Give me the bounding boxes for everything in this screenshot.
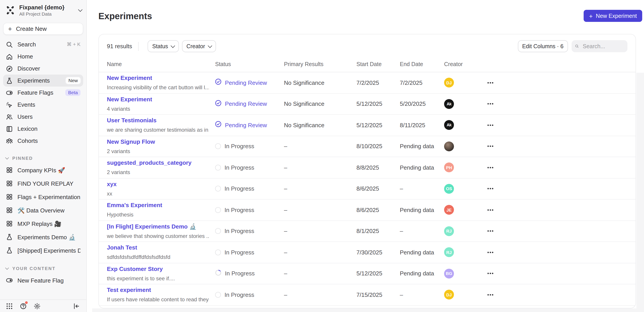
status-circle-icon [215, 207, 221, 213]
status-filter-dropdown[interactable]: Status [148, 40, 179, 52]
sidebar-item-shipped-experiments-demo[interactable]: [Shipped] Experiments Demo 🖋️ [3, 244, 83, 257]
row-menu-button[interactable] [486, 228, 628, 234]
table-row[interactable]: Jonah TestsdfdsfdsfsdfdffdfdsfsdfdsfdIn … [99, 242, 636, 263]
primary-results-cell: No Significance [284, 122, 356, 129]
creator-avatar[interactable]: RJ [444, 248, 454, 257]
sidebar-item-lexicon[interactable]: Lexicon [3, 123, 83, 135]
sidebar-item-feature-flags[interactable]: Feature FlagsBeta [3, 87, 83, 99]
column-header-primary-results[interactable]: Primary Results [284, 61, 356, 67]
sidebar-item-events[interactable]: Events [3, 99, 83, 111]
app-window: Fixpanel {demo} All Project Data + Creat… [0, 0, 644, 312]
sidebar-item-home[interactable]: Home [3, 50, 83, 62]
row-menu-button[interactable] [486, 292, 628, 298]
new-experiment-button[interactable]: + New Experiment [584, 10, 642, 22]
sidebar-item-company-kpis[interactable]: Company KPIs 🚀 [3, 163, 83, 177]
table-row[interactable]: [In Flight] Experiments Demo 🔬we believe… [99, 221, 636, 242]
sidebar-nav: Search⌘ + K Home Discover ExperimentsNew… [0, 38, 86, 147]
row-menu-button[interactable] [486, 270, 628, 277]
experiment-link[interactable]: New Signup Flow [107, 138, 155, 145]
row-menu-button[interactable] [486, 79, 628, 86]
experiment-link[interactable]: New Experiment [107, 75, 152, 81]
column-header-status[interactable]: Status [215, 61, 284, 67]
apps-grid-icon[interactable] [5, 302, 13, 310]
creator-avatar[interactable]: RJ [444, 226, 454, 236]
sidebar-item-data-overview[interactable]: 🛠️ Data Overview [3, 203, 83, 217]
sidebar-item-new-feature-flag[interactable]: New Feature Flag [3, 274, 83, 287]
table-search [572, 40, 628, 52]
sidebar-item-users[interactable]: Users [3, 111, 83, 123]
experiment-link[interactable]: [In Flight] Experiments Demo 🔬 [107, 223, 196, 230]
row-menu-button[interactable] [486, 101, 628, 107]
experiment-link[interactable]: Jonah Test [107, 244, 137, 251]
creator-avatar[interactable]: JE [444, 205, 454, 215]
row-actions-cell [485, 228, 628, 234]
experiment-name-cell: Emma's ExperimentHypothesis [107, 202, 215, 218]
sidebar-item-mxp-replays[interactable]: MXP Replays 🎥 [3, 217, 83, 230]
start-date-cell: 8/1/2025 [356, 228, 400, 235]
creator-avatar[interactable]: DJ [444, 78, 454, 88]
creator-filter-dropdown[interactable]: Creator [182, 40, 216, 52]
column-header-creator[interactable]: Creator [444, 61, 485, 67]
table-row[interactable]: New Experiment4 variantsPending ReviewNo… [99, 94, 636, 115]
creator-avatar[interactable] [444, 142, 454, 151]
row-menu-button[interactable] [486, 249, 628, 256]
column-header-start-date[interactable]: Start Date [356, 61, 400, 67]
start-date-cell: 8/6/2025 [356, 207, 400, 213]
table-row[interactable]: Exp Customer Storythis experiment is to … [99, 263, 636, 284]
row-menu-button[interactable] [486, 164, 628, 171]
chevron-down-icon [208, 43, 212, 48]
column-header-end-date[interactable]: End Date [400, 61, 444, 67]
creator-avatar[interactable]: PH [444, 163, 454, 172]
creator-avatar[interactable]: DJ [444, 290, 454, 300]
sidebar-item-experiments[interactable]: ExperimentsNew [3, 75, 83, 87]
search-input[interactable] [582, 43, 624, 50]
creator-avatar[interactable]: OS [444, 184, 454, 194]
row-menu-button[interactable] [486, 122, 628, 128]
scrollbar-gutter[interactable] [636, 73, 644, 312]
end-date-cell: Pending data [400, 164, 444, 171]
creator-avatar[interactable]: Ak [444, 120, 454, 130]
pinned-section-header[interactable]: PINNED [6, 156, 80, 161]
table-row[interactable]: Emma's ExperimentHypothesisIn Progress–8… [99, 199, 636, 221]
sidebar-item-search[interactable]: Search⌘ + K [3, 38, 83, 50]
collapse-sidebar-icon[interactable] [72, 302, 80, 310]
experiment-name-cell: Exp Customer Storythis experiment is to … [107, 266, 215, 282]
table-row[interactable]: New ExperimentIncreasing visibility of t… [99, 72, 636, 94]
table-row[interactable]: Test experimentIf users have relatable c… [99, 284, 636, 306]
experiment-link[interactable]: Exp Customer Story [107, 266, 163, 272]
create-new-button[interactable]: + Create New [3, 23, 83, 35]
creator-avatar[interactable]: BG [444, 269, 454, 279]
table-row[interactable]: User Testimonialswe are sharing customer… [99, 115, 636, 136]
table-row[interactable]: suggested_products_category2 variantsIn … [99, 157, 636, 178]
plus-icon: + [589, 12, 592, 19]
sidebar-item-experiments-demo[interactable]: Experiments Demo 🔬 [3, 230, 83, 244]
column-header-name[interactable]: Name [107, 61, 215, 67]
help-icon[interactable] [19, 302, 27, 310]
experiment-link[interactable]: User Testimonials [107, 117, 156, 124]
end-date-cell: Pending data [400, 207, 444, 213]
status-cell: Pending Review [215, 121, 284, 129]
creator-avatar[interactable]: Ak [444, 99, 454, 109]
table-row[interactable]: New Signup Flow2 variantsIn Progress–8/1… [99, 136, 636, 157]
board-icon [6, 166, 13, 174]
experiment-link[interactable]: Test experiment [107, 287, 151, 294]
project-switcher[interactable]: Fixpanel {demo} All Project Data [0, 0, 86, 19]
experiment-name-cell: [In Flight] Experiments Demo 🔬we believe… [107, 223, 215, 239]
experiment-link[interactable]: suggested_products_category [107, 159, 192, 166]
table-row[interactable]: xyxxxIn Progress–8/6/2025–OS [99, 178, 636, 199]
sidebar-item-flags-experimentation-demo[interactable]: Flags + Experimentation Demo , [3, 190, 83, 203]
experiment-link[interactable]: xyx [107, 181, 116, 187]
experiment-link[interactable]: New Experiment [107, 96, 152, 103]
experiment-link[interactable]: Emma's Experiment [107, 202, 162, 209]
sidebar-item-cohorts[interactable]: Cohorts [3, 135, 83, 147]
row-menu-button[interactable] [486, 143, 628, 150]
sidebar-item-discover[interactable]: Discover [3, 62, 83, 75]
edit-columns-button[interactable]: Edit Columns · 6 [518, 40, 568, 52]
discover-icon [6, 65, 13, 72]
row-menu-button[interactable] [486, 185, 628, 192]
sidebar-item-find-your-replay[interactable]: FIND YOUR REPLAY [3, 177, 83, 190]
settings-gear-icon[interactable] [33, 302, 41, 310]
your-content-section-header[interactable]: YOUR CONTENT [6, 266, 80, 271]
row-menu-button[interactable] [486, 207, 628, 213]
creator-cell: BG [444, 269, 485, 279]
